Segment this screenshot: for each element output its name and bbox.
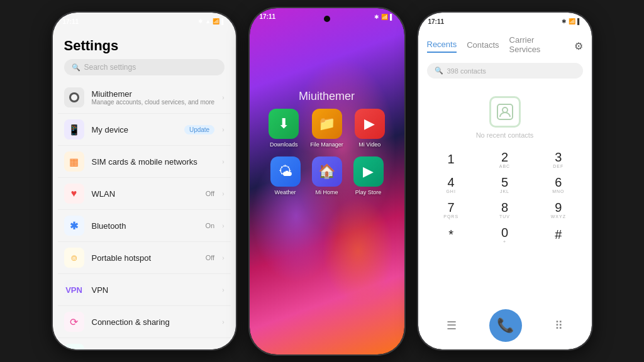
wlan-icon: ♥ — [64, 184, 84, 204]
tab-recents[interactable]: Recents — [427, 40, 457, 53]
status-icons-left: ✱ ▲ 📶 ▌ — [198, 18, 225, 25]
my-device-label: My device — [92, 125, 177, 134]
app-grid: ⬇ Downloads 📁 File Manager ▶ Mi Video — [250, 109, 404, 204]
bluetooth-icon: ✱ — [64, 216, 84, 236]
dial-num-0: 0 — [501, 226, 508, 239]
status-bar-left: 17:11 ✱ ▲ 📶 ▌ — [53, 13, 236, 30]
menu-icon[interactable]: ☰ — [447, 319, 457, 332]
tab-contacts[interactable]: Contacts — [467, 40, 499, 52]
call-button[interactable]: 📞 — [489, 309, 522, 342]
dial-sub-9: WXYZ — [551, 214, 566, 219]
setting-item-my-device[interactable]: 📱 My device Update › — [58, 114, 231, 146]
search-icon: 🔍 — [72, 63, 80, 72]
settings-title: Settings — [53, 30, 236, 59]
dial-key-9[interactable]: 9 WXYZ — [538, 198, 579, 221]
miuithemer-label: Miuithemer — [92, 89, 215, 99]
setting-item-connection[interactable]: ⟳ Connection & sharing › — [58, 306, 231, 338]
dialpad-icon[interactable]: ⠿ — [555, 319, 563, 332]
dial-sub-5: JKL — [500, 189, 509, 194]
wlan-label: WLAN — [92, 189, 198, 199]
no-recent-text: No recent contacts — [476, 131, 534, 139]
dial-key-0[interactable]: 0 + — [484, 223, 525, 246]
bluetooth-text: Bluetooth — [92, 221, 198, 231]
dial-sub-4: GHI — [446, 189, 455, 194]
wlan-text: WLAN — [92, 189, 198, 199]
phone-bottom-bar: ☰ 📞 ⠿ — [418, 309, 592, 342]
dial-key-6[interactable]: 6 MNO — [538, 173, 579, 195]
contact-placeholder-icon — [489, 96, 521, 128]
my-device-text: My device — [92, 125, 177, 134]
connection-icon: ⟳ — [64, 312, 84, 332]
dial-key-7[interactable]: 7 PQRS — [431, 198, 471, 221]
dial-key-8[interactable]: 8 TUV — [484, 198, 525, 221]
dial-sub-8: TUV — [499, 214, 510, 219]
connection-text: Connection & sharing — [92, 317, 215, 327]
dialpad-row-3: 7 PQRS 8 TUV 9 WXYZ — [425, 198, 586, 221]
app-row-2: 🌤 Weather 🏠 Mi Home ▶ Play Store — [261, 156, 393, 195]
sim-label: SIM cards & mobile networks — [92, 157, 215, 167]
mi-home-label: Mi Home — [315, 189, 338, 195]
setting-item-vpn[interactable]: VPN VPN › — [58, 274, 231, 306]
setting-item-sim[interactable]: ▦ SIM cards & mobile networks › — [58, 146, 231, 178]
setting-item-wlan[interactable]: ♥ WLAN Off › — [58, 178, 231, 210]
setting-item-miuithemer[interactable]: Miuithemer Manage accounts, cloud servic… — [58, 82, 231, 114]
hotspot-status: Off — [206, 254, 214, 261]
status-bar-center: 17:11 ✱ 📶 ▌ — [250, 8, 404, 26]
settings-search-input[interactable]: Search settings — [84, 63, 136, 72]
dial-num-hash: # — [555, 228, 562, 241]
play-store-icon: ▶ — [353, 156, 384, 187]
app-downloads[interactable]: ⬇ Downloads — [269, 109, 299, 148]
dial-key-1[interactable]: 1 — [431, 148, 471, 170]
status-time-right: 17:11 — [428, 18, 445, 25]
dial-key-4[interactable]: 4 GHI — [431, 173, 471, 195]
signal-icon: ▲ — [205, 18, 211, 25]
miuithemer-text: Miuithemer Manage accounts, cloud servic… — [92, 89, 215, 106]
tab-carrier[interactable]: Carrier Services — [509, 35, 564, 57]
status-time-left: 17:11 — [63, 18, 79, 25]
app-mi-home[interactable]: 🏠 Mi Home — [312, 156, 342, 195]
app-play-store[interactable]: ▶ Play Store — [353, 156, 384, 195]
status-bar-right: 17:11 ✱ 📶 ▌ — [418, 13, 592, 30]
settings-search-bar[interactable]: 🔍 Search settings — [64, 59, 225, 75]
dial-sub-6: MNO — [552, 189, 564, 194]
dial-key-hash[interactable]: # — [538, 223, 579, 246]
dialpad: 1 2 ABC 3 DEF 4 GHI — [418, 145, 592, 251]
app-file-manager[interactable]: 📁 File Manager — [310, 109, 343, 148]
settings-content: Settings 🔍 Search settings Miuithemer Ma… — [53, 30, 236, 349]
app-weather[interactable]: 🌤 Weather — [270, 156, 301, 195]
dial-num-5: 5 — [501, 175, 508, 189]
vpn-label: VPN — [92, 285, 215, 295]
downloads-icon: ⬇ — [269, 109, 299, 139]
app-mi-video[interactable]: ▶ Mi Video — [355, 109, 385, 148]
dial-key-5[interactable]: 5 JKL — [484, 173, 525, 195]
dial-key-3[interactable]: 3 DEF — [538, 148, 579, 170]
contacts-search-bar[interactable]: 🔍 398 contacts — [427, 63, 583, 79]
setting-item-hotspot[interactable]: ⌾ Portable hotspot Off › — [58, 242, 231, 274]
arrow-icon-1: › — [222, 126, 224, 133]
phone-settings: 17:11 ✱ ▲ 📶 ▌ Settings 🔍 Search settings — [52, 11, 237, 351]
hotspot-icon: ⌾ — [64, 248, 84, 268]
dial-key-star[interactable]: * — [431, 223, 471, 246]
dialpad-row-4: * 0 + # — [425, 223, 586, 246]
app-row-1: ⬇ Downloads 📁 File Manager ▶ Mi Video — [261, 109, 393, 148]
bluetooth-status-icon: ✱ — [198, 18, 203, 25]
weather-label: Weather — [275, 189, 296, 195]
dial-num-star: * — [448, 228, 453, 241]
dial-key-2[interactable]: 2 ABC — [484, 148, 525, 170]
play-store-label: Play Store — [355, 189, 382, 195]
dial-sub-3: DEF — [553, 164, 564, 168]
settings-list: Miuithemer Manage accounts, cloud servic… — [53, 82, 236, 349]
gear-icon[interactable]: ⚙ — [574, 40, 583, 52]
weather-icon-char: 🌤 — [279, 163, 292, 180]
battery-icon: ▌ — [221, 18, 225, 25]
arrow-icon-2: › — [222, 158, 224, 165]
setting-item-wallpaper[interactable]: ◈ Wallpaper & personalization › — [58, 338, 231, 349]
setting-item-bluetooth[interactable]: ✱ Bluetooth On › — [58, 210, 231, 242]
file-icon-char: 📁 — [318, 116, 335, 132]
bt-icon-r: ✱ — [562, 18, 567, 25]
miuithemer-icon — [64, 87, 84, 107]
contacts-count: 398 contacts — [447, 67, 486, 75]
vpn-text: VPN — [92, 285, 215, 295]
dial-sub-2: ABC — [499, 164, 510, 168]
home-icon-char: 🏠 — [318, 163, 335, 180]
